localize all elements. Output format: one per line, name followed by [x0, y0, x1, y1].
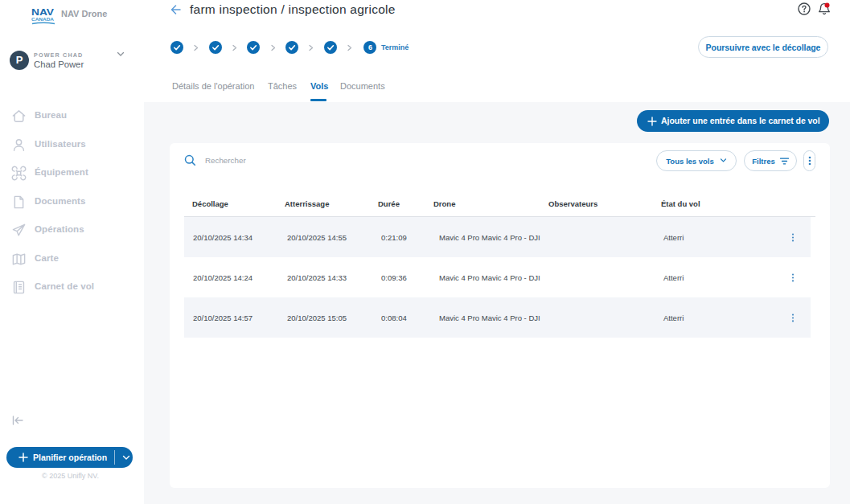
svg-text:CANADA: CANADA — [31, 17, 55, 22]
svg-text:NAV: NAV — [31, 7, 54, 17]
